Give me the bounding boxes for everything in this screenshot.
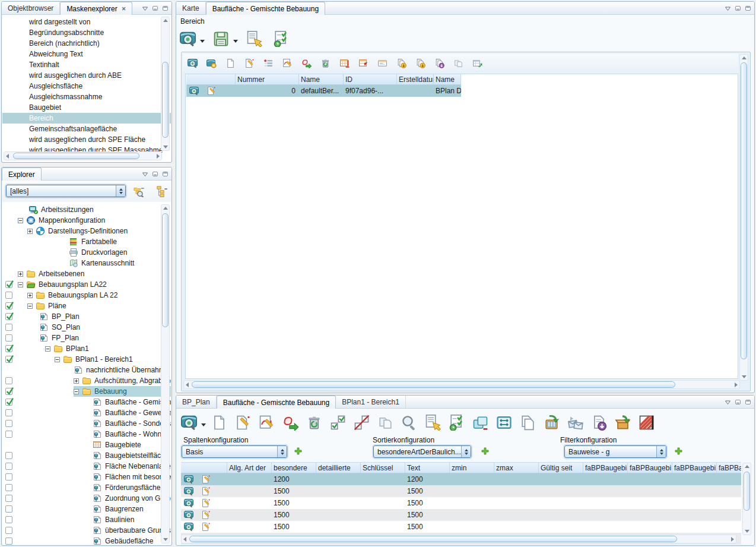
tree-item-kartenausschnitt[interactable]: Kartenausschnitt xyxy=(2,258,171,268)
tree-item-baugebietsteilfläche[interactable]: Baugebietsteilfläche xyxy=(2,450,171,461)
button-table-edit[interactable] xyxy=(339,58,352,68)
button-merge-geometries[interactable] xyxy=(472,415,491,431)
button-export-table[interactable] xyxy=(472,58,485,68)
dropdown-arrow-icon[interactable] xyxy=(233,40,238,43)
edit-record-icon[interactable] xyxy=(207,86,216,96)
column-header-name-1[interactable]: Name xyxy=(299,74,344,84)
add-sortierkonfiguration-icon[interactable] xyxy=(481,447,489,455)
scroll-thumb[interactable] xyxy=(162,213,169,327)
list-item[interactable]: Abweichung Text xyxy=(2,49,171,59)
tree-item-aufschüttung-abgrabung-und[interactable]: Aufschüttung, Abgrabung und xyxy=(2,375,171,386)
expand-icon[interactable] xyxy=(74,378,82,384)
column-header-id-2[interactable]: ID xyxy=(344,74,397,84)
list-item[interactable]: Ausgleichsfläche xyxy=(2,81,171,91)
minimize-icon[interactable] xyxy=(152,171,158,177)
list-item[interactable]: Baugebiet xyxy=(2,102,171,113)
button-select-all[interactable] xyxy=(330,415,348,431)
tree-item-zuordnung-von-gemeinschaftsanlagen[interactable]: Zuordnung von Gemeinschaftsanlagen xyxy=(2,493,171,504)
tree-item-bp-plan[interactable]: BP_Plan xyxy=(2,311,171,322)
scroll-arrow-icon[interactable] xyxy=(163,538,168,541)
edit-record-icon[interactable] xyxy=(201,475,211,484)
edit-record-icon[interactable] xyxy=(201,522,211,532)
button-edit-geometry[interactable] xyxy=(282,58,295,68)
tab-karte[interactable]: Karte xyxy=(176,2,206,14)
tree-checkbox[interactable] xyxy=(5,484,12,491)
button-validate-form[interactable] xyxy=(273,31,291,47)
tree-item-arbeitssitzungen[interactable]: Arbeitssitzungen xyxy=(2,204,171,215)
scroll-arrow-icon[interactable] xyxy=(731,537,734,542)
horizontal-scrollbar[interactable] xyxy=(4,151,162,160)
view-menu-icon[interactable] xyxy=(142,172,148,177)
button-duplicate-record[interactable] xyxy=(453,58,466,68)
table-row[interactable]: 15001500 xyxy=(181,485,741,497)
column-header-name-4[interactable]: Name xyxy=(434,74,461,84)
tree-checkbox[interactable] xyxy=(5,409,12,416)
button-import-to-table[interactable] xyxy=(544,415,562,431)
tree-checkbox[interactable] xyxy=(5,463,12,470)
button-delete-record[interactable] xyxy=(306,415,325,431)
tree-checkbox[interactable] xyxy=(5,345,12,352)
tab-maskenexplorer[interactable]: Maskenexplorer✕ xyxy=(60,2,132,15)
tree-checkbox[interactable] xyxy=(5,388,12,395)
scroll-arrow-icon[interactable] xyxy=(742,375,747,378)
maximize-icon[interactable] xyxy=(745,5,751,11)
tree-item-pläne[interactable]: Pläne xyxy=(2,301,171,311)
maximize-icon[interactable] xyxy=(162,171,169,177)
tree-checkbox[interactable] xyxy=(5,356,12,363)
tree-item-fp-plan[interactable]: FP_Plan xyxy=(2,333,171,343)
button-save[interactable] xyxy=(213,31,238,47)
tab-baufläche-gemischte-bebauung[interactable]: Baufläche - Gemischte Bebauung xyxy=(217,396,336,409)
button-download-record[interactable] xyxy=(591,415,609,431)
button-new-record[interactable] xyxy=(211,415,230,431)
column-header-nummer-0[interactable]: Nummer xyxy=(236,74,299,84)
button-edit-record[interactable] xyxy=(244,58,257,68)
button-move-geometry[interactable] xyxy=(301,58,314,68)
button-move-geometry[interactable] xyxy=(282,415,301,431)
tree-checkbox[interactable] xyxy=(5,377,12,384)
button-delete-record[interactable] xyxy=(320,58,333,68)
scroll-arrow-icon[interactable] xyxy=(186,382,189,387)
add-filterkonfiguration-icon[interactable] xyxy=(675,447,682,455)
column-header-besondere-1[interactable]: besondere xyxy=(272,463,316,473)
column-header-zmin-5[interactable]: zmin xyxy=(450,463,494,473)
sortierkonfiguration-combo[interactable]: besondereArtDerBaulich... xyxy=(373,445,471,458)
expand-icon[interactable] xyxy=(18,271,26,277)
tree-item-bebauung[interactable]: Bebauung xyxy=(2,386,171,397)
vertical-scrollbar[interactable] xyxy=(739,54,748,381)
collapse-icon[interactable] xyxy=(74,389,82,394)
tree-item-baufläche-gemischte-bebauung[interactable]: Baufläche - Gemischte Bebauung xyxy=(2,397,171,407)
list-item[interactable]: Begründungsabschnitte xyxy=(2,27,171,38)
minimize-icon[interactable] xyxy=(735,5,741,11)
button-show-card[interactable] xyxy=(377,58,390,68)
maximize-icon[interactable] xyxy=(162,5,169,11)
list-item[interactable]: wird ausgeglichen durch SPE Fläche xyxy=(2,134,171,145)
vertical-scrollbar[interactable] xyxy=(742,463,751,535)
button-zoom-to-object[interactable] xyxy=(188,58,200,68)
collapse-icon[interactable] xyxy=(45,346,53,352)
tree-checkbox[interactable] xyxy=(5,324,12,331)
button-collapse-tree[interactable] xyxy=(156,185,170,197)
column-header-gültig-seit-7[interactable]: Gültig seit xyxy=(539,463,583,473)
edit-record-icon[interactable] xyxy=(201,510,211,520)
zoom-to-record-icon[interactable] xyxy=(189,86,199,96)
vertical-scrollbar[interactable] xyxy=(161,17,170,151)
button-zoom-to-object[interactable] xyxy=(181,415,206,431)
column-header-text-4[interactable]: Text xyxy=(405,463,450,473)
button-validate-form[interactable] xyxy=(449,415,467,431)
combo-spinner-icon[interactable] xyxy=(116,185,125,197)
tree-item-so-plan[interactable]: SO_Plan xyxy=(2,322,171,333)
view-menu-icon[interactable] xyxy=(142,6,148,11)
tree-checkbox[interactable] xyxy=(5,527,12,534)
list-item[interactable]: Gemeinschaftsanlagefläche xyxy=(2,124,171,134)
scroll-arrow-icon[interactable] xyxy=(157,154,160,159)
scroll-thumb[interactable] xyxy=(13,153,139,159)
expand-icon[interactable] xyxy=(27,293,36,298)
column-header-fabpbaugebi-8[interactable]: faBPBaugebi xyxy=(583,463,628,473)
tree-checkbox[interactable] xyxy=(5,420,12,427)
column-header-schlüssel-3[interactable]: Schlüssel xyxy=(361,463,405,473)
combo-spinner-icon[interactable] xyxy=(656,446,666,457)
button-hatching-style[interactable] xyxy=(639,415,657,431)
scroll-thumb[interactable] xyxy=(189,536,677,542)
scroll-arrow-icon[interactable] xyxy=(735,382,738,387)
tree-item-bplan1-bereich1[interactable]: BPlan1 - Bereich1 xyxy=(2,354,171,365)
